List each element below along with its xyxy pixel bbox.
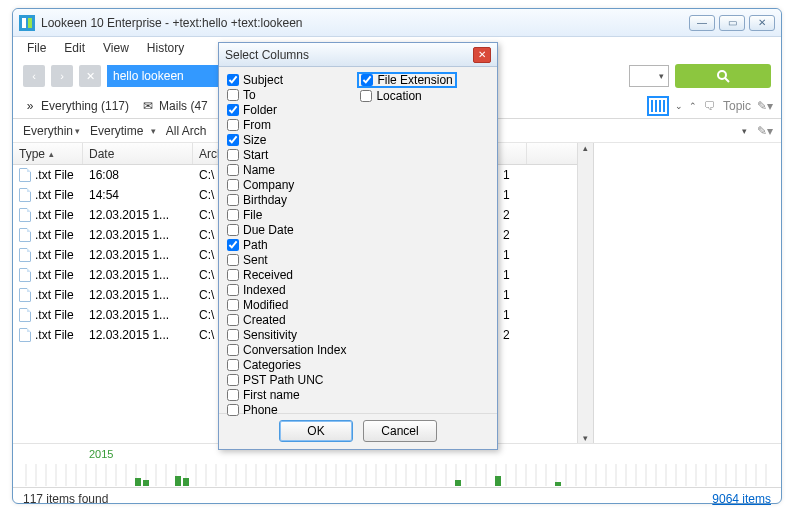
checkbox-input[interactable] bbox=[227, 179, 239, 191]
dialog-close-button[interactable]: ✕ bbox=[473, 47, 491, 63]
menu-edit[interactable]: Edit bbox=[64, 41, 85, 55]
status-bar: 117 items found 9064 items bbox=[13, 487, 781, 509]
checkbox-input[interactable] bbox=[227, 254, 239, 266]
status-items-link[interactable]: 9064 items bbox=[712, 492, 771, 506]
column-checkbox[interactable]: PST Path UNC bbox=[227, 373, 346, 387]
column-checkbox[interactable]: Categories bbox=[227, 358, 346, 372]
column-checkbox[interactable]: Sent bbox=[227, 253, 346, 267]
column-checkbox[interactable]: From bbox=[227, 118, 346, 132]
nav-back-button[interactable]: ‹ bbox=[23, 65, 45, 87]
file-icon bbox=[19, 248, 31, 262]
column-checkbox[interactable]: Conversation Index bbox=[227, 343, 346, 357]
column-checkbox[interactable]: Path bbox=[227, 238, 346, 252]
dialog-titlebar[interactable]: Select Columns ✕ bbox=[219, 43, 497, 67]
checkbox-input[interactable] bbox=[227, 284, 239, 296]
edit-layout-icon[interactable]: ✎▾ bbox=[757, 99, 771, 113]
checkbox-input[interactable] bbox=[227, 314, 239, 326]
column-checkbox[interactable]: Due Date bbox=[227, 223, 346, 237]
checkbox-input[interactable] bbox=[227, 329, 239, 341]
checkbox-input[interactable] bbox=[227, 74, 239, 86]
filter-archive[interactable]: All Arch bbox=[166, 124, 207, 138]
column-checkbox[interactable]: File bbox=[227, 208, 346, 222]
preview-pane bbox=[593, 143, 781, 443]
checkbox-label: Birthday bbox=[243, 193, 287, 207]
checkbox-input[interactable] bbox=[227, 404, 239, 416]
column-checkbox[interactable]: Size bbox=[227, 133, 346, 147]
col-date[interactable]: Date bbox=[83, 143, 193, 164]
column-checkbox[interactable]: Modified bbox=[227, 298, 346, 312]
filter-more[interactable]: ▾ bbox=[742, 126, 747, 136]
vertical-scrollbar[interactable]: ▴▾ bbox=[577, 143, 593, 443]
checkbox-input[interactable] bbox=[227, 149, 239, 161]
column-checkbox[interactable]: First name bbox=[227, 388, 346, 402]
checkbox-input[interactable] bbox=[227, 209, 239, 221]
column-checkbox[interactable]: Subject bbox=[227, 73, 346, 87]
titlebar[interactable]: Lookeen 10 Enterprise - +text:hello +tex… bbox=[13, 9, 781, 37]
right-tools: ⌄ ⌃ 🗨 Topic ✎▾ bbox=[647, 96, 771, 116]
menu-history[interactable]: History bbox=[147, 41, 184, 55]
checkbox-input[interactable] bbox=[227, 104, 239, 116]
view-list-button[interactable] bbox=[647, 96, 669, 116]
cancel-button[interactable]: Cancel bbox=[363, 420, 437, 442]
column-checkbox[interactable]: Folder bbox=[227, 103, 346, 117]
close-button[interactable]: ✕ bbox=[749, 15, 775, 31]
column-checkbox[interactable]: Received bbox=[227, 268, 346, 282]
checkbox-input[interactable] bbox=[227, 119, 239, 131]
filter-time[interactable]: Everytime ▾ bbox=[90, 124, 156, 138]
search-button[interactable] bbox=[675, 64, 771, 88]
nav-forward-button[interactable]: › bbox=[51, 65, 73, 87]
column-checkbox[interactable]: Birthday bbox=[227, 193, 346, 207]
checkbox-input[interactable] bbox=[227, 389, 239, 401]
checkbox-input[interactable] bbox=[227, 359, 239, 371]
column-checkbox[interactable]: Sensitivity bbox=[227, 328, 346, 342]
checkbox-input[interactable] bbox=[227, 374, 239, 386]
column-checkbox[interactable]: Created bbox=[227, 313, 346, 327]
dialog-column-1: SubjectToFolderFromSizeStartNameCompanyB… bbox=[227, 73, 346, 407]
column-checkbox[interactable]: File Extension bbox=[357, 72, 456, 88]
checkbox-label: PST Path UNC bbox=[243, 373, 323, 387]
checkbox-input[interactable] bbox=[227, 269, 239, 281]
maximize-button[interactable]: ▭ bbox=[719, 15, 745, 31]
checkbox-input[interactable] bbox=[227, 194, 239, 206]
checkbox-input[interactable] bbox=[227, 134, 239, 146]
col-num[interactable] bbox=[497, 143, 527, 164]
file-icon bbox=[19, 168, 31, 182]
col-type[interactable]: Type▴ bbox=[13, 143, 83, 164]
column-checkbox[interactable]: Phone bbox=[227, 403, 346, 417]
filter-type[interactable]: Everythin▾ bbox=[23, 124, 80, 138]
collapse-icon[interactable]: ⌄ bbox=[675, 101, 683, 111]
dialog-title: Select Columns bbox=[225, 48, 309, 62]
menu-file[interactable]: File bbox=[27, 41, 46, 55]
file-icon bbox=[19, 288, 31, 302]
column-checkbox[interactable]: Indexed bbox=[227, 283, 346, 297]
column-checkbox[interactable]: Start bbox=[227, 148, 346, 162]
column-checkbox[interactable]: Name bbox=[227, 163, 346, 177]
checkbox-label: Conversation Index bbox=[243, 343, 346, 357]
tab-everything[interactable]: » Everything (117) bbox=[23, 99, 129, 113]
file-icon bbox=[19, 328, 31, 342]
checkbox-label: File bbox=[243, 208, 262, 222]
checkbox-input[interactable] bbox=[361, 74, 373, 86]
minimize-button[interactable]: — bbox=[689, 15, 715, 31]
checkbox-label: Size bbox=[243, 133, 266, 147]
search-scope-combo[interactable]: ▾ bbox=[629, 65, 669, 87]
checkbox-input[interactable] bbox=[227, 164, 239, 176]
column-checkbox[interactable]: Company bbox=[227, 178, 346, 192]
checkbox-input[interactable] bbox=[227, 344, 239, 356]
expand-icon[interactable]: ⌃ bbox=[689, 101, 697, 111]
ok-button[interactable]: OK bbox=[279, 420, 353, 442]
checkbox-label: From bbox=[243, 118, 271, 132]
column-checkbox[interactable]: Location bbox=[360, 88, 453, 104]
checkbox-input[interactable] bbox=[227, 299, 239, 311]
filter-edit-icon[interactable]: ✎▾ bbox=[757, 124, 771, 138]
checkbox-input[interactable] bbox=[227, 89, 239, 101]
checkbox-label: Location bbox=[376, 89, 421, 103]
menu-view[interactable]: View bbox=[103, 41, 129, 55]
checkbox-input[interactable] bbox=[360, 90, 372, 102]
tab-mails[interactable]: ✉ Mails (47 bbox=[141, 99, 208, 113]
checkbox-input[interactable] bbox=[227, 224, 239, 236]
svg-rect-0 bbox=[19, 15, 35, 31]
nav-clear-button[interactable]: ✕ bbox=[79, 65, 101, 87]
column-checkbox[interactable]: To bbox=[227, 88, 346, 102]
checkbox-input[interactable] bbox=[227, 239, 239, 251]
